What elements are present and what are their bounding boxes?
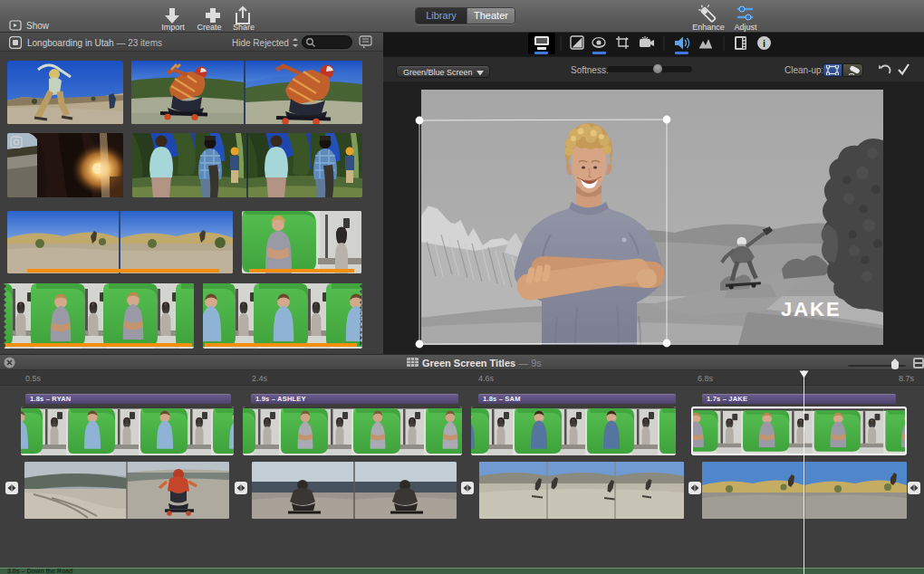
svg-text:i: i [763, 38, 765, 49]
svg-text:Show: Show [26, 21, 50, 31]
